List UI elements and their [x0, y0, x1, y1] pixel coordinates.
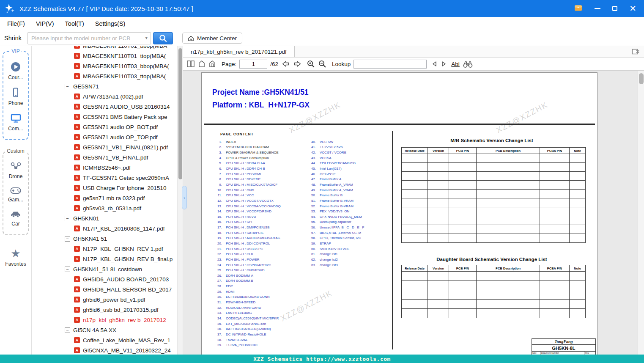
toc-entry[interactable]: 30.EC IT8528E/BIOS/KB CONN	[214, 294, 281, 300]
toc-entry[interactable]: 31.PSW/HIGH-SPEED	[214, 300, 281, 305]
toc-entry[interactable]: 33.LAN RTL8118AG	[214, 311, 281, 316]
next-page-icon[interactable]	[293, 60, 302, 68]
tree-folder-row[interactable]: −GH5KN41 51	[32, 234, 183, 244]
toc-entry[interactable]: 49.FrameBuffer A_VRAM	[307, 187, 364, 193]
zoom-out-icon[interactable]	[318, 60, 326, 68]
toc-entry[interactable]: 43.VCCSA	[307, 155, 364, 161]
document-tab[interactable]: n17p_kbl_gh5kn_rev b_20170121.pdf	[183, 46, 295, 57]
sidebar-item-favorites[interactable]: ★ Favorites	[5, 248, 26, 267]
tree-file-row[interactable]: AMBAGE5KNF110T03_bbop(MBA(	[32, 61, 183, 71]
toc-entry[interactable]: 17.PCH SKL-H : DMI/PCIE/USB	[214, 225, 281, 230]
toc-entry[interactable]: 39.+1.0VA_PCH/VCCIO	[214, 342, 281, 348]
model-search-input[interactable]	[28, 35, 142, 41]
toc-entry[interactable]: 50.Frame Buffer B	[307, 192, 364, 198]
toc-entry[interactable]: 53.PEX_VDD/3V3_ON	[307, 209, 364, 214]
toc-entry[interactable]: 51.Frame Buffer B-VRAM	[307, 198, 364, 204]
pdf-scrollbar-thumb[interactable]	[639, 73, 644, 84]
toc-entry[interactable]: 6.CPU SKL-H : DDR4 CH-B	[214, 166, 281, 171]
menu-vip[interactable]: VIP(V)	[30, 20, 60, 27]
menu-file[interactable]: File(F)	[2, 20, 30, 27]
pdf-viewport[interactable]: XZZ@XZZHK XZZ@XZZHK XZZ@XZZHK XZZ@XZZHK …	[183, 71, 644, 355]
tree-file-row[interactable]: Agh5sv03_rb_0531a.pdf	[32, 203, 183, 213]
find-next-icon[interactable]	[441, 60, 447, 67]
toc-entry[interactable]: 47.FrameBuffer A	[307, 176, 364, 182]
sidebar-item-course[interactable]: Cour...	[8, 61, 23, 80]
toc-entry[interactable]: 45.Intel Lan(I217)	[307, 166, 364, 171]
tree-file-row[interactable]: AN17P_KBL_20160808_1147.pdf	[32, 223, 183, 234]
minimize-button[interactable]	[595, 8, 600, 9]
collapse-minus-icon[interactable]: −	[65, 327, 70, 333]
toc-entry[interactable]: 27.DDR4 SODIMM-B	[214, 278, 281, 284]
tree-folder-row[interactable]: −GH5KN01	[32, 213, 183, 223]
tree-file-row[interactable]: AUSB Charge For Iphone_201510	[32, 183, 183, 193]
close-document-icon[interactable]	[632, 48, 640, 55]
sidebar-item-computer[interactable]: Com...	[8, 113, 23, 132]
toc-entry[interactable]: 37.DC IN/TPM/D-Resis/HOLE	[214, 332, 281, 337]
tree-file-row[interactable]: AICMRBS2546~.pdf	[32, 162, 183, 173]
tree-file-row[interactable]: AGI5CNXA_MB_V11_20180322_24	[32, 345, 183, 355]
tree-file-row[interactable]: AN17P_KBL_GH5KN_REV 1.pdf	[32, 244, 183, 254]
toc-entry[interactable]: 15.PCH SKL-H : RSVD	[214, 214, 281, 220]
toc-entry[interactable]: 60.SV3H612V 3D VOL	[307, 246, 364, 252]
maximize-button[interactable]	[612, 6, 617, 11]
toc-entry[interactable]: 29.HDMI	[214, 289, 281, 294]
chevron-down-icon[interactable]: ▼	[142, 36, 151, 40]
toc-entry[interactable]: 23.PCH SKL-H : POWER	[214, 257, 281, 262]
lookup-input[interactable]	[354, 60, 427, 69]
toc-entry[interactable]: 61.change list1	[307, 251, 364, 257]
member-center-button[interactable]: Member Center	[182, 33, 242, 44]
sidebar-item-game[interactable]: Gam...	[8, 186, 23, 203]
pdf-scrollbar[interactable]	[638, 71, 644, 355]
toc-entry[interactable]: 55.Decoupling capacitor	[307, 220, 364, 225]
tree-file-row[interactable]: AMBAGE5KNF110T03_ttop(MBA(	[32, 71, 183, 81]
toc-entry[interactable]: 8.CPU SKL-H : DDI/EDP	[214, 176, 281, 182]
toc-entry[interactable]: 11.CPU SKL-H : VCC	[214, 192, 281, 198]
sidebar-item-car[interactable]: Car	[10, 209, 22, 227]
tree-file-row[interactable]: AGE5SN71 audio OP_TOP.pdf	[32, 132, 183, 142]
shrink-button[interactable]: Shrink	[4, 35, 22, 41]
menu-settings[interactable]: Settings(S)	[90, 20, 131, 27]
tree-file-row[interactable]: AGE5SN71 audio OP_BOT.pdf	[32, 122, 183, 132]
tree-file-row[interactable]: Agh5id6_power bd_v1.pdf	[32, 294, 183, 305]
toc-entry[interactable]: 14.CPU SKL-H : VCCOPC/RSVD	[214, 209, 281, 214]
toc-entry[interactable]: 28.EDP	[214, 283, 281, 289]
toc-entry[interactable]: 46.GFX-PCIE	[307, 171, 364, 177]
tree-file-row[interactable]: AGE5SN71_VB1_FINAL(0821).pdf	[32, 142, 183, 152]
tree-file-row[interactable]: AMBAGE5KNF110T01_bbop(MBA	[32, 46, 183, 51]
toc-entry[interactable]: 25.PCH SKL-H : GND/RSVD	[214, 267, 281, 273]
toc-entry[interactable]: 58.GPIO, Thermal Sensor, I2C	[307, 236, 364, 241]
toc-entry[interactable]: 5.CPU SKL-H : DDR4 CH-A	[214, 161, 281, 166]
search-button[interactable]	[153, 32, 173, 44]
briefcase-icon[interactable]	[574, 3, 583, 14]
toc-entry[interactable]: 52.Frame Buffer B-VRAM	[307, 204, 364, 209]
toc-entry[interactable]: 1.INDEX	[214, 139, 281, 145]
toc-entry[interactable]: 20.PCH SKL-H : DDI CONTROL	[214, 241, 281, 246]
sidebar-item-phone[interactable]: Phone	[8, 87, 23, 106]
toc-entry[interactable]: 7.CPU SKL-H : PEG/DMI	[214, 171, 281, 177]
tree-file-row[interactable]: AMBAGE5KNF110T01_ttop(MBA(	[32, 51, 183, 61]
toc-entry[interactable]: 16.PCH SKL-H : SPI	[214, 220, 281, 225]
menu-tool[interactable]: Tool(T)	[60, 20, 90, 27]
toc-entry[interactable]: 35.EXT_MIC/USB/FAN/G-sen	[214, 321, 281, 327]
tree-file-row[interactable]: AN17P_KBL_GH5KN_REV B_final.p	[32, 254, 183, 264]
tree-scrollbar-thumb[interactable]	[178, 48, 182, 179]
toc-entry[interactable]: 57.BIOS,XTAL ,External SS ,M	[307, 230, 364, 236]
zoom-in-icon[interactable]	[307, 60, 315, 68]
tree-file-row[interactable]: AGE5SN71 AUDIO_USB 20160314	[32, 102, 183, 112]
toc-entry[interactable]: 12.CPU SKL-H : VCCGT/VCCGTX	[214, 198, 281, 204]
toc-entry[interactable]: 32.HDD/ODD /MINI CARD	[214, 305, 281, 311]
tree-file-row[interactable]: ACoffee_Lake_Mobile_MAS_Rev_1	[32, 335, 183, 345]
toc-entry[interactable]: 34.CODEC(ALC269Q)/INT MIC/SPKR	[214, 316, 281, 321]
toc-entry[interactable]: 3.POWER DIAGRAM & SEQUENCE	[214, 150, 281, 155]
toc-entry[interactable]: 19.PCH SKL-H : AUDIO/SMBUS/UTAG	[214, 236, 281, 241]
match-case-toggle[interactable]: Abi	[451, 61, 460, 67]
toc-entry[interactable]: 4.GPIO & Power Consumption	[214, 155, 281, 161]
tree-file-row[interactable]: AGH5ID6_HALL SERSOR BD_2017	[32, 284, 183, 294]
toc-entry[interactable]: 62.change list2	[307, 257, 364, 262]
toc-entry[interactable]: 56.Unused IPFA_B _C _D _E _F	[307, 225, 364, 230]
fit-width-icon[interactable]	[208, 60, 216, 68]
toc-entry[interactable]: 22.PCH SKL-H : CLK	[214, 251, 281, 257]
toc-entry[interactable]: 21.PCH SKL-H : USB3/LPC	[214, 246, 281, 252]
tree-file-row[interactable]: AGE5SN71 BMS Battery Pack spe	[32, 112, 183, 122]
toc-entry[interactable]: 38.+5VA/+3.3VAL	[214, 337, 281, 343]
